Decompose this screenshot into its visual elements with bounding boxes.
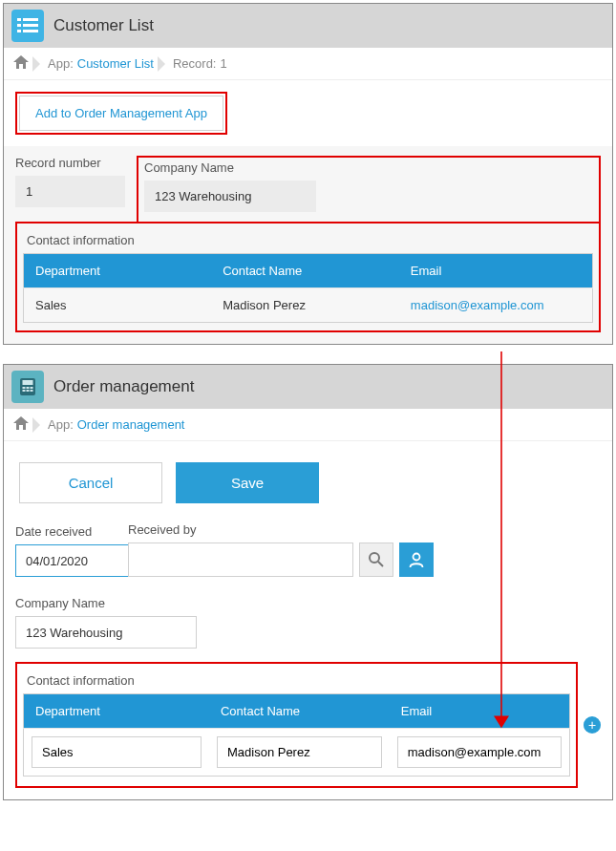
svg-rect-12 [27, 390, 30, 392]
highlight-box: Contact information Department Contact N… [15, 662, 578, 788]
svg-rect-8 [23, 387, 26, 389]
contact-table: Department Contact Name Email Sales Madi… [23, 253, 593, 323]
svg-rect-7 [23, 380, 33, 385]
svg-rect-9 [27, 387, 30, 389]
user-select-button[interactable] [399, 543, 434, 577]
breadcrumb-app-link[interactable]: Customer List [77, 56, 154, 71]
svg-point-16 [414, 554, 420, 561]
breadcrumb-record-value: 1 [220, 56, 226, 71]
list-icon [11, 10, 44, 42]
svg-rect-0 [17, 18, 21, 21]
department-input[interactable] [32, 736, 202, 768]
customer-list-panel: Customer List App: Customer List Record:… [3, 3, 613, 345]
highlight-box: Add to Order Management App [15, 92, 227, 135]
panel-header: Order management [4, 365, 612, 409]
contact-table: Department Contact Name Email [23, 693, 570, 777]
svg-rect-11 [23, 390, 26, 392]
breadcrumb-app-prefix: App: [48, 56, 74, 71]
save-button[interactable]: Save [176, 462, 319, 503]
company-name-label: Company Name [15, 596, 187, 610]
add-to-order-button[interactable]: Add to Order Management App [19, 96, 223, 131]
page-title: Order management [53, 377, 194, 396]
svg-rect-4 [17, 30, 21, 32]
company-name-label: Company Name [144, 160, 316, 175]
cell-contact-name [209, 729, 390, 777]
highlight-box: Contact information Department Contact N… [15, 222, 601, 332]
company-name-input[interactable] [15, 616, 197, 649]
svg-point-14 [370, 553, 379, 563]
col-contact-name: Contact Name [211, 254, 399, 288]
date-received-label: Date received [15, 524, 111, 539]
add-row-button[interactable]: + [584, 716, 601, 734]
svg-line-15 [378, 562, 383, 566]
contact-info-label: Contact information [27, 233, 593, 247]
contact-name-input[interactable] [217, 736, 382, 768]
col-email: Email [390, 694, 570, 729]
col-email: Email [399, 254, 593, 288]
cell-contact-name: Madison Perez [211, 288, 399, 323]
record-number-value: 1 [15, 176, 125, 207]
svg-rect-2 [17, 24, 21, 27]
breadcrumb-app-link[interactable]: Order management [77, 417, 185, 432]
received-by-label: Received by [128, 522, 434, 537]
cancel-button[interactable]: Cancel [19, 462, 162, 503]
record-number-label: Record number [15, 156, 125, 170]
email-link[interactable]: madison@example.com [411, 298, 544, 312]
svg-rect-1 [23, 18, 38, 21]
cell-email [390, 729, 570, 777]
company-name-value: 123 Warehousing [144, 181, 316, 212]
svg-rect-5 [23, 30, 38, 32]
highlight-box: Company Name 123 Warehousing [137, 156, 601, 223]
home-icon[interactable] [13, 55, 29, 72]
svg-rect-13 [31, 390, 33, 392]
table-row: Sales Madison Perez madison@example.com [24, 288, 593, 323]
svg-rect-10 [31, 387, 33, 389]
user-icon [408, 551, 425, 568]
chevron-icon [158, 56, 165, 72]
panel-header: Customer List [4, 4, 612, 48]
breadcrumb: App: Customer List Record: 1 [4, 48, 612, 80]
col-department: Department [24, 254, 212, 288]
cell-email: madison@example.com [399, 288, 593, 323]
home-icon[interactable] [13, 416, 29, 433]
chevron-icon [32, 56, 40, 72]
search-button[interactable] [359, 543, 393, 577]
phone-icon [11, 371, 44, 403]
page-title: Customer List [53, 16, 154, 35]
col-department: Department [24, 694, 209, 729]
chevron-icon [32, 417, 40, 433]
email-input[interactable] [397, 736, 562, 768]
order-management-panel: Order management App: Order management C… [3, 364, 613, 800]
col-contact-name: Contact Name [209, 694, 390, 729]
cell-department: Sales [24, 288, 212, 323]
breadcrumb-record-prefix: Record: [173, 56, 217, 71]
svg-rect-3 [23, 24, 38, 27]
received-by-input[interactable] [128, 543, 353, 577]
breadcrumb-app-prefix: App: [48, 417, 74, 432]
table-row [24, 729, 570, 777]
search-icon [368, 551, 385, 568]
contact-info-label: Contact information [27, 673, 570, 688]
breadcrumb: App: Order management [4, 409, 612, 441]
cell-department [24, 729, 209, 777]
